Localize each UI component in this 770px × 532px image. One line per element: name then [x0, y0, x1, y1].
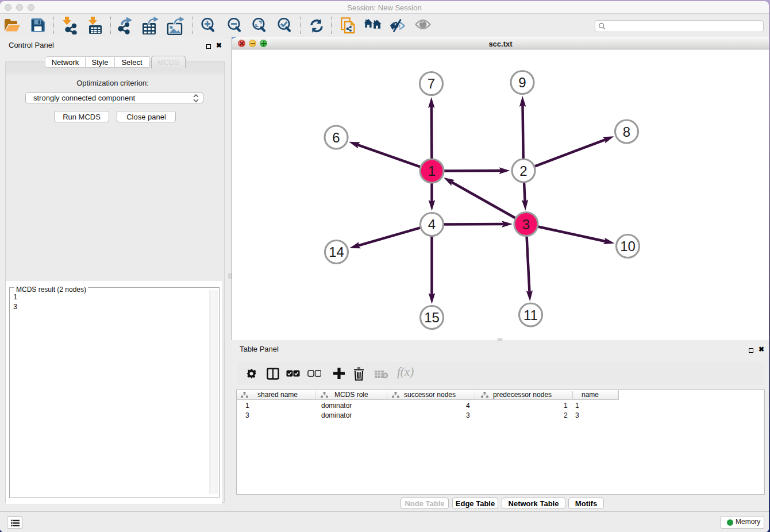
svg-text:3: 3	[522, 217, 530, 232]
svg-text:10: 10	[620, 238, 636, 254]
svg-text:2: 2	[519, 163, 527, 179]
svg-text:8: 8	[623, 124, 630, 140]
svg-text:15: 15	[424, 310, 440, 325]
svg-text:9: 9	[518, 75, 526, 90]
svg-text:1: 1	[428, 163, 436, 179]
svg-text:11: 11	[523, 307, 538, 323]
svg-text:4: 4	[428, 217, 436, 232]
svg-text:7: 7	[428, 76, 435, 91]
svg-text:6: 6	[332, 130, 340, 145]
svg-text:14: 14	[329, 244, 344, 260]
